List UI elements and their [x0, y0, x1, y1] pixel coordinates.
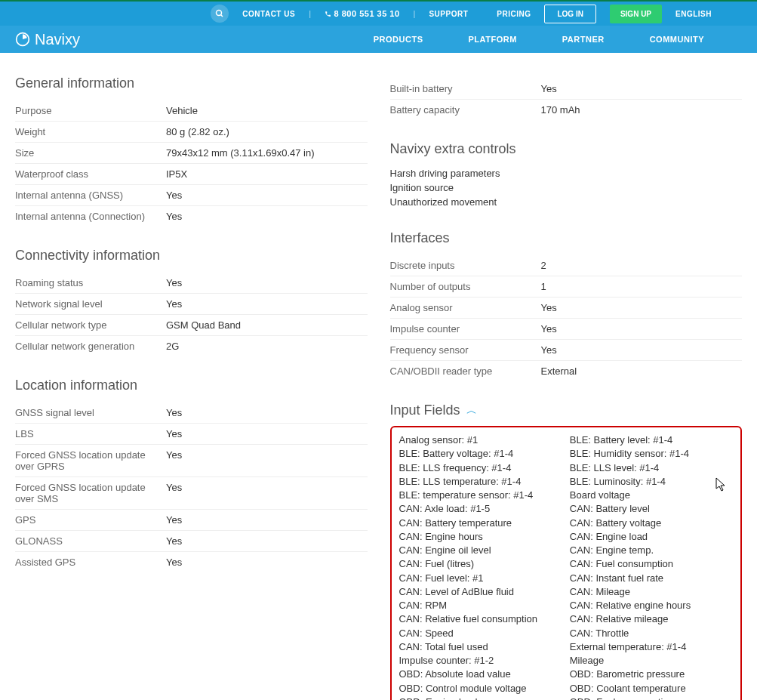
input-field-item: CAN: Relative fuel consumption — [399, 612, 562, 626]
nav-partner[interactable]: PARTNER — [562, 35, 605, 44]
row-label: Weight — [15, 126, 166, 137]
row-value: Yes — [166, 514, 182, 526]
separator: | — [309, 9, 311, 18]
table-row: GNSS signal levelYes — [15, 402, 368, 424]
row-value: Yes — [166, 535, 182, 547]
row-value: Yes — [166, 449, 182, 472]
input-fields-toggle[interactable]: Input Fields ︿ — [390, 402, 743, 418]
list-item: Harsh driving parameters — [390, 166, 743, 180]
input-field-item: BLE: temperature sensor: #1-4 — [399, 489, 562, 502]
input-field-item: CAN: Throttle — [570, 627, 733, 640]
extra-controls-title: Navixy extra controls — [390, 141, 743, 157]
row-label: Cellular network type — [15, 319, 166, 331]
row-label: Roaming status — [15, 277, 166, 288]
row-label: GNSS signal level — [15, 407, 166, 418]
nav-platform[interactable]: PLATFORM — [469, 35, 517, 44]
row-value: External — [541, 365, 577, 377]
input-field-item: BLE: LLS temperature: #1-4 — [399, 475, 562, 489]
input-field-item: OBD: Engine load — [399, 695, 562, 700]
location-title: Location information — [15, 378, 368, 393]
table-row: Forced GNSS location update over GPRSYes — [15, 445, 368, 477]
row-value: 170 mAh — [541, 104, 580, 116]
row-label: Size — [15, 147, 166, 159]
row-label: Battery capacity — [390, 104, 541, 116]
input-field-item: BLE: LLS level: #1-4 — [570, 461, 733, 475]
input-field-item: BLE: Battery level: #1-4 — [570, 433, 733, 447]
row-label: Network signal level — [15, 298, 166, 310]
row-value: Yes — [541, 302, 557, 313]
table-row: Cellular network generation2G — [15, 336, 368, 356]
table-row: PurposeVehicle — [15, 100, 368, 122]
table-row: LBSYes — [15, 424, 368, 445]
navbar: Navixy PRODUCTS PLATFORM PARTNER COMMUNI… — [0, 26, 757, 53]
table-row: Forced GNSS location update over SMSYes — [15, 477, 368, 510]
input-field-item: CAN: Level of AdBlue fluid — [399, 585, 562, 599]
general-info-title: General information — [15, 76, 368, 91]
table-row: Number of outputs1 — [390, 276, 743, 298]
logo[interactable]: Navixy — [15, 31, 80, 48]
row-value: 2G — [166, 341, 179, 352]
nav-products[interactable]: PRODUCTS — [374, 35, 423, 44]
location-table: GNSS signal levelYesLBSYesForced GNSS lo… — [15, 402, 368, 572]
row-value: 80 g (2.82 oz.) — [166, 126, 229, 137]
row-label: Forced GNSS location update over SMS — [15, 482, 166, 504]
input-field-item: OBD: Barometric pressure — [570, 668, 733, 681]
table-row: Discrete inputs2 — [390, 255, 743, 276]
signup-button[interactable]: SIGN UP — [610, 5, 662, 23]
row-label: Assisted GPS — [15, 557, 166, 568]
input-field-item: OBD: Coolant temperature — [570, 682, 733, 695]
pricing-link[interactable]: PRICING — [497, 10, 531, 18]
interfaces-title: Interfaces — [390, 230, 743, 246]
input-field-item: CAN: Engine load — [570, 530, 733, 544]
chevron-up-icon: ︿ — [466, 404, 477, 418]
table-row: CAN/OBDII reader typeExternal — [390, 361, 743, 381]
input-field-item: OBD: Fuel consumption — [570, 695, 733, 700]
row-value: Vehicle — [166, 105, 198, 116]
input-field-item: BLE: Humidity sensor: #1-4 — [570, 447, 733, 461]
row-value: IP5X — [166, 168, 187, 180]
row-label: Waterproof class — [15, 168, 166, 180]
language-select[interactable]: ENGLISH — [675, 10, 712, 18]
contact-link[interactable]: CONTACT US — [242, 10, 295, 18]
table-row: Waterproof classIP5X — [15, 164, 368, 185]
search-icon[interactable] — [211, 5, 229, 23]
table-row: Built-in batteryYes — [390, 79, 743, 100]
row-value: Yes — [541, 323, 557, 335]
topbar: CONTACT US | 8 800 551 35 10 | SUPPORT P… — [0, 0, 757, 26]
row-value: 2 — [541, 260, 546, 271]
table-row: Internal antenna (GNSS)Yes — [15, 185, 368, 206]
content: General information PurposeVehicleWeight… — [0, 53, 757, 700]
input-field-item: CAN: Engine hours — [399, 530, 562, 544]
input-field-item: CAN: Engine temp. — [570, 544, 733, 557]
row-label: Frequency sensor — [390, 344, 541, 356]
row-label: Internal antenna (GNSS) — [15, 190, 166, 201]
row-label: Built-in battery — [390, 83, 541, 94]
login-button[interactable]: LOG IN — [544, 5, 595, 23]
connectivity-table: Roaming statusYesNetwork signal levelYes… — [15, 273, 368, 356]
input-field-item: CAN: Instant fuel rate — [570, 572, 733, 585]
phone-number: 8 800 551 35 10 — [325, 9, 400, 18]
row-label: Analog sensor — [390, 302, 541, 313]
svg-point-0 — [217, 11, 222, 16]
input-field-item: CAN: Fuel level: #1 — [399, 572, 562, 585]
input-field-item: Board voltage — [570, 489, 733, 502]
input-field-item: CAN: Mileage — [570, 585, 733, 599]
row-value: Yes — [166, 482, 182, 504]
row-label: Cellular network generation — [15, 341, 166, 352]
connectivity-title: Connectivity information — [15, 248, 368, 264]
nav-community[interactable]: COMMUNITY — [650, 35, 704, 44]
extra-controls-list: Harsh driving parametersIgnition sourceU… — [390, 166, 743, 209]
row-label: LBS — [15, 428, 166, 439]
general-info-table: PurposeVehicleWeight80 g (2.82 oz.)Size7… — [15, 100, 368, 227]
input-field-item: CAN: Total fuel used — [399, 640, 562, 654]
row-label: Discrete inputs — [390, 260, 541, 271]
list-item: Ignition source — [390, 180, 743, 195]
row-label: Purpose — [15, 105, 166, 116]
nav-links: PRODUCTS PLATFORM PARTNER COMMUNITY — [374, 35, 742, 44]
row-value: Yes — [166, 190, 182, 201]
row-value: Yes — [166, 298, 182, 310]
input-field-item: BLE: LLS frequency: #1-4 — [399, 461, 562, 475]
input-field-item: External temperature: #1-4 — [570, 640, 733, 654]
input-field-item: OBD: Control module voltage — [399, 682, 562, 695]
support-link[interactable]: SUPPORT — [429, 10, 468, 18]
